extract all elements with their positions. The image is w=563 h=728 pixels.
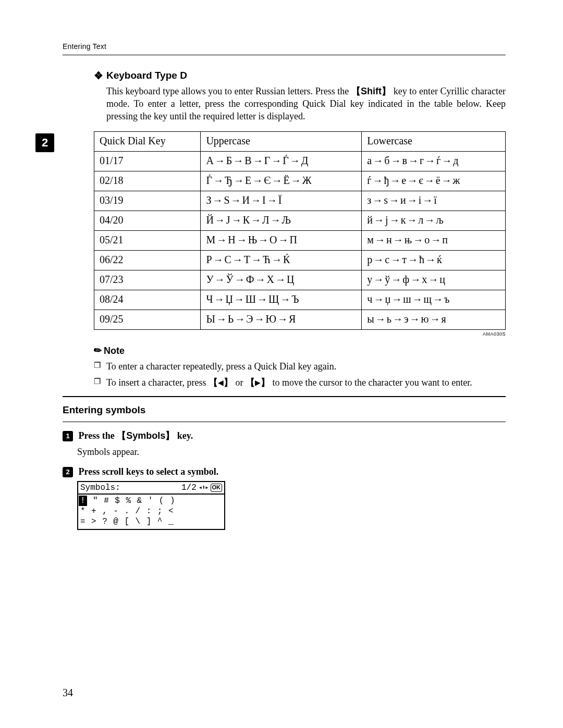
lcd-symbol[interactable]: = [80,516,85,527]
table-row: 07/23У→Ў→Ф→Х→Цу→ў→ф→х→ц [94,270,506,290]
quick-dial-cell: 01/17 [94,151,201,171]
lcd-symbol[interactable]: / [136,506,141,516]
lcd-symbol[interactable]: : [146,506,152,516]
lcd-symbol[interactable]: $ [115,496,120,506]
lcd-symbol[interactable]: , [102,506,107,516]
lcd-symbol[interactable]: [ [124,516,129,527]
step-1-number: 1 [63,431,73,441]
uppercase-cell: Ы→Ь→Э→Ю→Я [201,310,362,329]
lcd-symbol[interactable]: ! [79,496,87,506]
col-lowercase: Lowercase [362,131,506,151]
divider-thin [63,422,506,422]
lcd-symbol[interactable]: # [104,496,109,506]
lcd-row: *+,-./:;< [80,506,222,516]
left-bracket: 【 [351,86,361,96]
step-1-body: Symbols appear. [77,446,506,458]
page: Entering Text 2 ❖Keyboard Type D This ke… [0,0,563,728]
lcd-symbol[interactable]: < [168,506,174,516]
lcd-symbol-grid[interactable]: !"#$%&'()*+,-./:;<=>?@[\]^_ [78,495,224,529]
image-code: AMA030S [94,331,506,337]
lcd-row: !"#$%&'() [80,496,222,506]
lcd-symbol[interactable]: - [113,506,118,516]
left-arrow-icon: ◀ [218,378,224,388]
uppercase-cell: Ч→Џ→Ш→Щ→Ъ [201,290,362,310]
lowercase-cell: й→ј→к→л→љ [362,211,506,230]
quick-dial-cell: 02/18 [94,171,201,191]
uppercase-cell: А→Б→В→Г→Ѓ→Д [201,151,362,171]
lcd-ok-button[interactable]: OK [211,484,223,492]
note2-mid: or [233,377,246,388]
lcd-symbol[interactable]: ? [102,516,107,527]
lcd-symbol[interactable]: ' [148,496,153,506]
step-1: 1 Press the 【Symbols】 key. [63,429,506,442]
pencil-icon: ✎ [91,343,105,358]
keyboard-body: This keyboard type allows you to enter R… [106,85,506,123]
keyboard-section: ❖Keyboard Type D This keyboard type allo… [94,69,506,389]
lcd-symbol[interactable]: ; [157,506,163,516]
note-item-1: To enter a character repeatedly, press a… [94,360,506,373]
lowercase-cell: м→н→њ→о→п [362,230,506,250]
table-row: 03/19З→Ѕ→И→І→Їз→ѕ→и→і→ї [94,191,506,211]
lcd-title: Symbols: [80,483,120,493]
lcd-symbol[interactable]: " [93,496,98,506]
lcd-screen: Symbols: 1/2 ◂⬍▸ OK !"#$%&'()*+,-./:;<=>… [77,481,225,530]
lcd-symbol[interactable]: \ [136,516,141,527]
quick-dial-cell: 08/24 [94,290,201,310]
lcd-symbol[interactable]: % [126,496,131,506]
step-2-number: 2 [63,467,73,477]
quick-dial-cell: 05/21 [94,230,201,250]
lcd-symbol[interactable]: . [124,506,129,516]
lcd-symbol[interactable]: + [91,506,96,516]
lcd-row: =>?@[\]^_ [80,516,222,527]
page-number: 34 [63,686,73,700]
chapter-tab: 2 [35,133,54,152]
note-item-2: To insert a character, press 【◀】 or 【▶】 … [94,376,506,389]
keyboard-heading: ❖Keyboard Type D [94,69,506,83]
uppercase-cell: У→Ў→Ф→Х→Ц [201,270,362,290]
table-row: 06/22Р→С→Т→Ћ→Ќр→с→т→ћ→ќ [94,250,506,270]
quick-dial-cell: 06/22 [94,250,201,270]
lowercase-cell: у→ў→ф→х→ц [362,270,506,290]
note-list: To enter a character repeatedly, press a… [94,360,506,389]
right-arrow-icon: ▶ [255,378,261,388]
note-heading-text: Note [104,346,125,356]
lcd-symbol[interactable]: & [137,496,142,506]
running-head: Entering Text [63,42,506,55]
table-row: 04/20Й→Ј→К→Л→Љй→ј→к→л→љ [94,211,506,230]
symbols-key-label: Symbols [126,430,165,441]
lowercase-cell: з→ѕ→и→і→ї [362,191,506,211]
quick-dial-table: Quick Dial Key Uppercase Lowercase 01/17… [94,131,506,330]
quick-dial-cell: 04/20 [94,211,201,230]
table-row: 02/18Ѓ→Ђ→Е→Є→Ё→Жѓ→ђ→е→є→ё→ж [94,171,506,191]
lcd-header: Symbols: 1/2 ◂⬍▸ OK [78,482,224,495]
entering-symbols-heading: Entering symbols [63,403,506,417]
lcd-page: 1/2 [181,483,197,493]
lcd-symbol[interactable]: > [91,516,96,527]
uppercase-cell: Ѓ→Ђ→Е→Є→Ё→Ж [201,171,362,191]
lb3: 【 [117,430,126,441]
uppercase-cell: Р→С→Т→Ћ→Ќ [201,250,362,270]
lowercase-cell: ы→ь→э→ю→я [362,310,506,329]
step-2: 2 Press scroll keys to select a symbol. [63,465,506,478]
step1-pre: Press the [79,430,117,441]
lcd-header-right: 1/2 ◂⬍▸ OK [181,483,222,493]
rb3: 】 [165,430,175,441]
lcd-symbol[interactable]: _ [168,516,174,527]
step2-text: Press scroll keys to select a symbol. [79,466,219,477]
note2-pre: To insert a character, press [106,377,209,388]
table-row: 01/17А→Б→В→Г→Ѓ→Да→б→в→г→ѓ→д [94,151,506,171]
keyboard-body-pre: This keyboard type allows you to enter R… [106,86,351,96]
lcd-symbol[interactable]: @ [113,516,118,527]
note-heading: ✎Note [94,344,506,357]
keyboard-heading-text: Keyboard Type D [106,70,187,81]
lowercase-cell: р→с→т→ћ→ќ [362,250,506,270]
lowercase-cell: ч→џ→ш→щ→ъ [362,290,506,310]
lcd-symbol[interactable]: ( [159,496,164,506]
lcd-symbol[interactable]: * [80,506,85,516]
divider [63,396,506,397]
step1-post: key. [175,430,193,441]
lcd-symbol[interactable]: ] [146,516,152,527]
diamond-icon: ❖ [94,69,103,83]
lcd-symbol[interactable]: ) [170,496,175,506]
lcd-symbol[interactable]: ^ [157,516,163,527]
